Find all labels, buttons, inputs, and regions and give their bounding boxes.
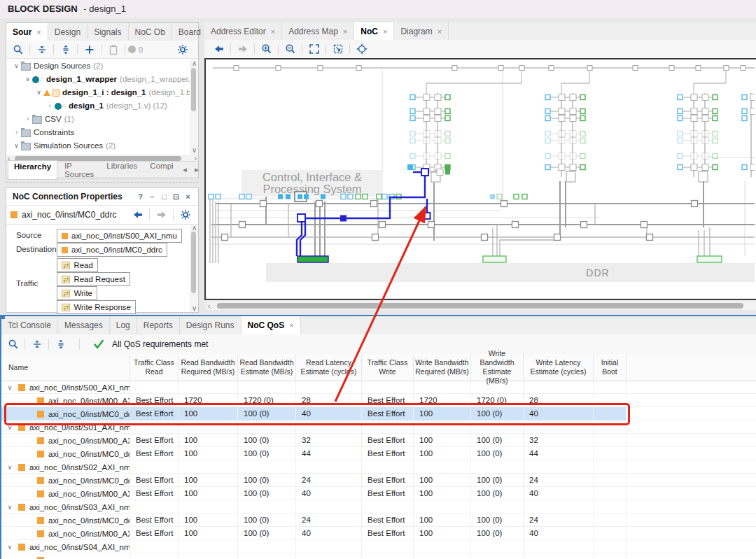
column-header-traffic-class[interactable]: Traffic Class Write bbox=[361, 354, 413, 381]
source-value-box[interactable]: axi_noc_0/inst/S00_AXI_nmu bbox=[57, 229, 182, 243]
subtab-ip-sources[interactable]: IP Sources bbox=[59, 160, 99, 180]
noc-diagram-canvas[interactable]: Control, Interface & Processing System bbox=[204, 58, 756, 300]
tab-noc-ob[interactable]: NoC Ob bbox=[129, 23, 172, 41]
table-row-axi-noc-0-inst-m00-axi-nsu[interactable]: axi_noc_0/inst/M00_AXI_nsuBest Effort100… bbox=[1, 487, 756, 500]
chevron-down-icon[interactable]: ∨ bbox=[6, 544, 14, 551]
sources-vertical-scrollbar[interactable]: ∧ ∨ bbox=[190, 59, 197, 155]
table-row-axi-noc-0-inst-mc0-ddrc[interactable]: axi_noc_0/inst/MC0_ddrcBest Effort100100… bbox=[1, 447, 756, 460]
collapse-all-icon[interactable] bbox=[28, 337, 46, 351]
tree-item-simulation-sources[interactable]: ∨Simulation Sources(2) bbox=[6, 139, 190, 153]
search-icon[interactable] bbox=[4, 337, 22, 351]
column-header-write-bandwidth[interactable]: Write Bandwidth Required (MB/s) bbox=[413, 354, 470, 381]
tab-next-icon[interactable]: ▸ bbox=[191, 165, 203, 174]
close-icon[interactable]: × bbox=[383, 27, 387, 36]
chevron-right-icon[interactable]: › bbox=[23, 113, 32, 126]
tab-sour[interactable]: Sour× bbox=[6, 23, 48, 41]
add-sources-icon[interactable] bbox=[80, 43, 98, 57]
table-group-row-axi-noc-0-inst-s03-axi-nmu[interactable]: ∨axi_noc_0/inst/S03_AXI_nmu bbox=[1, 500, 756, 514]
noc-switch-column[interactable] bbox=[545, 93, 585, 182]
maximize-icon[interactable]: □ bbox=[158, 188, 170, 205]
subtab-compi[interactable]: Compi bbox=[144, 160, 178, 180]
tab-address-map[interactable]: Address Map× bbox=[282, 22, 354, 40]
minimize-icon[interactable]: – bbox=[146, 188, 158, 205]
chevron-down-icon[interactable]: ∨ bbox=[6, 504, 14, 511]
settings-gear-icon[interactable] bbox=[174, 43, 191, 57]
chevron-right-icon[interactable]: › bbox=[46, 99, 55, 113]
traffic-box-read[interactable]: ⇄Read bbox=[57, 258, 98, 272]
table-row-axi-noc-0-inst-mc0-ddrc[interactable]: axi_noc_0/inst/MC0_ddrcBest Effort100100… bbox=[1, 474, 756, 487]
tab-messages[interactable]: Messages bbox=[58, 316, 110, 334]
expand-all-icon[interactable] bbox=[52, 337, 69, 351]
tree-item-design-1-i-design-1[interactable]: ∨design_1_i : design_1(design_1.bd) (1) bbox=[6, 86, 190, 99]
chevron-down-icon[interactable]: ∨ bbox=[6, 424, 14, 431]
subtab-hierarchy[interactable]: Hierarchy bbox=[8, 160, 57, 180]
traffic-box-write[interactable]: ⇄Write bbox=[57, 286, 97, 300]
tab-reports[interactable]: Reports bbox=[137, 316, 180, 334]
close-icon[interactable]: × bbox=[289, 321, 293, 330]
tab-tcl-console[interactable]: Tcl Console bbox=[1, 316, 58, 334]
tree-item-design-1[interactable]: ›∴design_1(design_1.v) (12) bbox=[6, 99, 190, 113]
tab-noc-qos[interactable]: NoC QoS× bbox=[241, 316, 301, 334]
tab-prev-icon[interactable]: ◂ bbox=[179, 165, 191, 174]
help-icon[interactable]: ? bbox=[134, 188, 146, 205]
column-header-read-bandwidth[interactable]: Read Bandwidth Estimate (MB/s) bbox=[237, 354, 295, 381]
table-row-axi-noc-0-inst-mc0-ddrc[interactable]: axi_noc_0/inst/MC0_ddrcBest Effort100100… bbox=[1, 407, 756, 420]
close-icon[interactable]: × bbox=[438, 27, 442, 36]
table-group-row-axi-noc-0-inst-s02-axi-nmu[interactable]: ∨axi_noc_0/inst/S02_AXI_nmu bbox=[1, 460, 756, 474]
properties-vertical-scrollbar[interactable]: ∧ ∨ bbox=[190, 225, 197, 312]
tab-design-runs[interactable]: Design Runs bbox=[180, 316, 241, 334]
zoom-in-icon[interactable] bbox=[258, 42, 275, 56]
column-header-write-latency[interactable]: Write Latency Estimate (cycles) bbox=[523, 354, 593, 381]
source-nmu-node[interactable] bbox=[298, 214, 305, 222]
back-arrow-icon[interactable] bbox=[210, 42, 227, 56]
traffic-box-read-request[interactable]: ⇄Read Request bbox=[57, 272, 130, 286]
close-icon[interactable]: × bbox=[271, 27, 275, 36]
close-icon[interactable]: × bbox=[36, 28, 41, 36]
settings-gear-icon[interactable] bbox=[176, 208, 194, 222]
diagram-horizontal-scrollbar[interactable]: ‹ bbox=[206, 302, 756, 310]
noc-router-selected[interactable] bbox=[421, 169, 428, 176]
tree-item-design-sources[interactable]: ∨Design Sources(2) bbox=[6, 59, 190, 73]
tree-item-csv[interactable]: ›CSV(1) bbox=[6, 113, 190, 126]
back-arrow-icon[interactable] bbox=[129, 208, 146, 222]
mc-ddrc[interactable] bbox=[697, 256, 722, 262]
tab-address-editor[interactable]: Address Editor× bbox=[204, 22, 282, 40]
column-header-read-bandwidth[interactable]: Read Bandwidth Required (MB/s) bbox=[178, 354, 237, 381]
tree-item-constraints[interactable]: ›Constraints bbox=[6, 126, 190, 139]
chevron-down-icon[interactable]: ∨ bbox=[23, 73, 32, 86]
search-icon[interactable] bbox=[9, 43, 27, 57]
table-row-axi-noc-0-inst-m00-axi-nsu[interactable]: axi_noc_0/inst/M00_AXI_nsuBest Effort172… bbox=[1, 394, 756, 407]
tab-signals[interactable]: Signals bbox=[88, 23, 128, 41]
table-row-axi-noc-0-inst-m00-axi-nsu[interactable]: axi_noc_0/inst/M00_AXI_nsuBest Effort100… bbox=[1, 527, 756, 540]
column-header-initial[interactable]: Initial Boot bbox=[593, 354, 626, 381]
close-icon[interactable]: × bbox=[343, 27, 347, 36]
table-group-row-axi-noc-0-inst-s00-axi-nmu[interactable]: ∨axi_noc_0/inst/S00_AXI_nmu bbox=[1, 381, 756, 394]
chevron-down-icon[interactable]: ∨ bbox=[12, 59, 21, 73]
subtab-libraries[interactable]: Libraries bbox=[101, 160, 143, 180]
chevron-down-icon[interactable]: ∨ bbox=[34, 86, 43, 99]
close-icon[interactable]: × bbox=[182, 188, 194, 205]
zoom-out-icon[interactable] bbox=[281, 42, 299, 56]
column-header-write-bandwidth[interactable]: Write Bandwidth Estimate (MB/s) bbox=[470, 354, 523, 381]
float-icon[interactable]: ⊡ bbox=[170, 188, 182, 205]
table-row-axi-noc-0-inst-mc0-ddrc[interactable]: axi_noc_0/inst/MC0_ddrcBest Effort100100… bbox=[1, 514, 756, 527]
table-row-axi-noc-0-inst-m00-axi-nsu[interactable]: axi_noc_0/inst/M00_AXI_nsuBest Effort100… bbox=[1, 434, 756, 447]
table-group-row-axi-noc-0-inst-s04-axi-nmu[interactable]: ∨axi_noc_0/inst/S04_AXI_nmu bbox=[1, 540, 756, 553]
chevron-down-icon[interactable]: ∨ bbox=[6, 384, 14, 391]
panel-splitter[interactable] bbox=[6, 182, 199, 183]
collapse-all-icon[interactable] bbox=[33, 43, 50, 57]
zoom-fit-icon[interactable] bbox=[305, 42, 323, 56]
noc-switch-column[interactable] bbox=[678, 93, 718, 182]
mc-ddrc[interactable] bbox=[483, 256, 506, 262]
column-header-read-latency[interactable]: Read Latency Estimate (cycles) bbox=[295, 354, 361, 381]
tree-item-design-1-wrapper[interactable]: ∨∴design_1_wrapper(design_1_wrapper.v) (… bbox=[6, 73, 190, 86]
table-group-row-axi-noc-0-inst-s01-axi-nmu[interactable]: ∨axi_noc_0/inst/S01_AXI_nmu bbox=[1, 420, 756, 434]
zoom-selection-icon[interactable] bbox=[329, 42, 346, 56]
autofit-icon[interactable] bbox=[353, 42, 370, 56]
column-header-name[interactable]: Name bbox=[1, 354, 130, 381]
noc-switch-column[interactable] bbox=[410, 93, 450, 182]
destination-value-box[interactable]: axi_noc_0/inst/MC0_ddrc bbox=[57, 243, 167, 257]
mc0-ddrc-selected[interactable] bbox=[298, 256, 328, 262]
column-header-traffic-class[interactable]: Traffic Class Read bbox=[130, 354, 178, 381]
tab-log[interactable]: Log bbox=[110, 316, 137, 334]
